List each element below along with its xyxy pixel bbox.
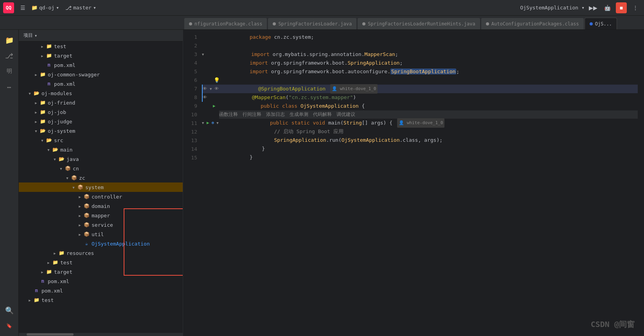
- tree-item-ojsystemapplication[interactable]: ☕ OjSystemApplication: [19, 239, 183, 248]
- collapse-arrow-10[interactable]: ▼: [202, 119, 205, 127]
- sidebar-icon-more[interactable]: ⋯: [2, 80, 16, 94]
- tree-label: target: [54, 269, 72, 275]
- sidebar-icon-folder[interactable]: 📁: [2, 33, 16, 47]
- tree-label: pom.xml: [41, 288, 63, 294]
- tree-item-oj-judge[interactable]: 📁 oj-judge: [19, 117, 183, 126]
- tree-arrow: [33, 109, 39, 115]
- tree-item-pom1[interactable]: m pom.xml: [19, 60, 183, 70]
- tree-label: main: [60, 147, 72, 153]
- tree-item-src[interactable]: 📂 src: [19, 135, 183, 145]
- tree-scrollbar[interactable]: [19, 333, 183, 336]
- code-content[interactable]: package cn.zc.system; ▼ import org.mybat…: [202, 33, 644, 333]
- tab-configurationpackage[interactable]: nfigurationPackage.class: [184, 18, 267, 29]
- tree-item-system[interactable]: 📦 system: [19, 182, 183, 192]
- tab-label: SpringFactoriesLoader.java: [278, 21, 352, 27]
- sidebar-icon-search[interactable]: 🔍: [2, 303, 16, 317]
- tree-item-java[interactable]: 📂 java: [19, 154, 183, 164]
- tree-arrow: [58, 165, 64, 172]
- folder-icon: 📁: [58, 249, 65, 257]
- tree-item-main[interactable]: 📂 main: [19, 145, 183, 154]
- collapse-arrow[interactable]: ▼: [202, 50, 205, 59]
- run-icon-9[interactable]: ▶: [213, 102, 216, 110]
- tree-arrow: [33, 99, 39, 106]
- tab-ojsystemapplication[interactable]: OjS...: [585, 18, 617, 29]
- tree-scrollbar-thumb: [27, 333, 74, 336]
- package-icon: 📦: [83, 193, 90, 200]
- package-icon: 📦: [64, 165, 71, 172]
- folder-icon: 📁: [45, 43, 52, 50]
- code-line-1: package cn.zc.system;: [202, 33, 638, 42]
- tree-item-controller[interactable]: 📦 controller: [19, 192, 183, 201]
- eye-icon: 👁: [203, 93, 208, 102]
- tree-arrow: [77, 222, 83, 228]
- tree-item-oj-system[interactable]: 📂 oj-system: [19, 126, 183, 135]
- line-num-7: 7: [183, 85, 197, 93]
- tree-item-pom3[interactable]: m pom.xml: [19, 276, 183, 286]
- tree-item-target1[interactable]: 📁 target: [19, 51, 183, 60]
- line-num-4: 4: [183, 59, 197, 67]
- tree-item-oj-friend[interactable]: 📁 oj-friend: [19, 98, 183, 107]
- tree-item-cn[interactable]: 📦 cn: [19, 164, 183, 173]
- tree-item-zc[interactable]: 📦 zc: [19, 173, 183, 182]
- project-selector[interactable]: 📁 qd-oj ▾: [31, 5, 59, 11]
- line-num-9: 9: [183, 102, 197, 110]
- run-icon-10[interactable]: ▶: [207, 119, 209, 127]
- tree-label: mapper: [92, 213, 110, 219]
- tree-label: pom.xml: [48, 278, 69, 284]
- code-line-15: [202, 162, 638, 170]
- tree-arrow: [70, 184, 77, 190]
- tree-item-resources[interactable]: 📁 resources: [19, 248, 183, 258]
- tree-item-service[interactable]: 📦 service: [19, 220, 183, 229]
- tree-item-common-swagger[interactable]: 📁 oj-common-swagger: [19, 70, 183, 79]
- sidebar-icon-bookmark[interactable]: 🔖: [2, 319, 16, 333]
- tree-item-domain[interactable]: 📦 domain: [19, 201, 183, 211]
- code-line-13: }: [202, 145, 638, 153]
- folder-icon: 📁: [39, 108, 46, 116]
- tab-springfactoriesloader[interactable]: SpringFactoriesLoader.java: [268, 18, 357, 29]
- tree-item-test2[interactable]: 📁 test: [19, 258, 183, 267]
- tree-item-pom2[interactable]: m pom.xml: [19, 79, 183, 89]
- tree-item-test1[interactable]: 📁 test: [19, 42, 183, 51]
- bulb-icon[interactable]: 💡: [213, 76, 221, 84]
- tree-label: pom.xml: [54, 81, 76, 87]
- stop-button[interactable]: ■: [616, 2, 627, 13]
- xml-icon: m: [45, 61, 52, 69]
- tab-autoconfigurationpackages[interactable]: AutoConfigurationPackages.class: [481, 18, 584, 29]
- file-tree-body[interactable]: 📁 test 📁 target m pom.xml 📁 oj-common-sw…: [19, 42, 183, 333]
- branch-selector[interactable]: ⎇ master ▾: [65, 5, 96, 11]
- line-num-11: 11: [183, 119, 197, 128]
- collapse-arrow[interactable]: ▼: [210, 85, 213, 93]
- tree-item-mapper[interactable]: 📦 mapper: [19, 211, 183, 220]
- tree-item-oj-modules[interactable]: 📂 oj-modules: [19, 89, 183, 98]
- tree-arrow: [39, 137, 45, 143]
- tab-springfactoriesloaderruntimehints[interactable]: SpringFactoriesLoaderRuntimeHints.java: [357, 18, 480, 29]
- xml-icon: m: [33, 287, 40, 294]
- tree-item-target2[interactable]: 📁 target: [19, 267, 183, 276]
- tree-arrow: [33, 278, 39, 284]
- folder-icon: 📁: [39, 71, 46, 78]
- debug-button[interactable]: ▶▶: [588, 2, 599, 13]
- code-editor: 1 2 3 4 5 6 7 8 9 10 11 12 13 14 15: [183, 30, 644, 336]
- tree-item-util[interactable]: 📦 util: [19, 229, 183, 239]
- more-button[interactable]: ⋮: [630, 2, 641, 13]
- ai-button[interactable]: 🤖: [602, 2, 613, 13]
- package-icon: 📦: [77, 184, 84, 191]
- tree-arrow: [33, 128, 39, 134]
- tree-arrow: [33, 71, 39, 78]
- tab-dot: [362, 22, 365, 25]
- tree-item-oj-job[interactable]: 📁 oj-job: [19, 107, 183, 117]
- hamburger-button[interactable]: ☰: [17, 2, 28, 13]
- line-num-3: 3: [183, 50, 197, 59]
- line-num-13: 13: [183, 136, 197, 145]
- folder-icon: 📂: [39, 127, 46, 134]
- tree-label: oj-system: [48, 128, 75, 134]
- sidebar-icon-structure[interactable]: 明: [2, 64, 16, 78]
- tree-item-pom4[interactable]: m pom.xml: [19, 286, 183, 295]
- sidebar-icon-vcs[interactable]: ⎇: [2, 49, 16, 63]
- tree-label: service: [92, 222, 113, 228]
- tree-arrow: [52, 250, 58, 256]
- tree-item-test3[interactable]: 📁 test: [19, 295, 183, 305]
- tab-dot: [273, 22, 276, 25]
- folder-icon: 📁: [45, 52, 52, 59]
- tree-label: controller: [92, 194, 122, 200]
